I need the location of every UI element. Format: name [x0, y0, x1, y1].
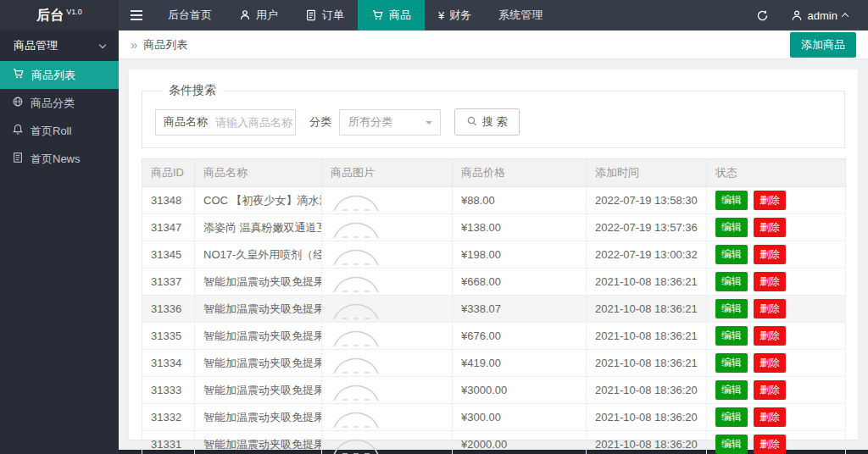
product-name-input[interactable]: [215, 110, 295, 135]
table-row: 31336智能加温震动夹吸免提果儿飞机杯 ¥338.072021-10-08 1…: [142, 296, 846, 323]
edit-button[interactable]: 编辑: [715, 272, 748, 291]
nav-item-label: 系统管理: [498, 8, 542, 23]
cell-product-id: 31336: [142, 296, 195, 323]
broken-image-placeholder: [331, 192, 381, 211]
edit-button[interactable]: 编辑: [715, 218, 748, 237]
broken-image-placeholder: [331, 328, 381, 346]
sidebar-item-label: 商品分类: [31, 96, 75, 111]
refresh-button[interactable]: [743, 0, 782, 30]
edit-button[interactable]: 编辑: [715, 326, 748, 346]
cell-product-image: [322, 214, 453, 241]
cell-add-time: 2022-07-19 13:57:36: [587, 214, 707, 241]
edit-button[interactable]: 编辑: [715, 380, 748, 400]
broken-image-placeholder: [331, 382, 381, 401]
nav-item-label: 后台首页: [168, 8, 212, 23]
sidebar-item-label: 首页Roll: [31, 124, 71, 139]
edit-button[interactable]: 编辑: [715, 407, 748, 427]
cell-product-price: ¥3000.00: [453, 377, 587, 404]
admin-menu[interactable]: admin: [782, 9, 856, 22]
search-icon: [466, 115, 478, 130]
cell-add-time: 2021-10-08 18:36:21: [587, 269, 707, 296]
cell-add-time: 2021-10-08 18:36:21: [587, 323, 707, 350]
sidebar-item-home-news[interactable]: 首页News: [0, 145, 119, 173]
cell-product-name: COC 【初夜少女】滴水润滑锁精...: [195, 187, 322, 214]
search-button[interactable]: 搜 索: [454, 108, 520, 136]
product-name-label: 商品名称: [156, 114, 215, 130]
cell-product-name: NO17-久皇外用喷剂（经典款） ...: [195, 241, 322, 269]
sidebar-group-label: 商品管理: [14, 38, 58, 53]
delete-button[interactable]: 删除: [754, 407, 786, 427]
cell-product-id: 31335: [142, 323, 195, 350]
chevron-up-icon: [842, 13, 849, 19]
nav-item-goods[interactable]: 商品: [358, 0, 425, 30]
delete-button[interactable]: 删除: [754, 353, 786, 373]
edit-button[interactable]: 编辑: [715, 353, 748, 373]
delete-button[interactable]: 删除: [754, 326, 786, 346]
admin-username: admin: [808, 9, 837, 22]
news-icon: [12, 152, 24, 166]
main-area: » 商品列表 添加商品 条件搜索 商品名称 分类 所有分类: [119, 30, 868, 450]
category-select[interactable]: 所有分类: [339, 109, 441, 136]
delete-button[interactable]: 删除: [754, 191, 786, 210]
sidebar-item-goods-list[interactable]: 商品列表: [0, 61, 119, 89]
cell-product-name: 智能加温震动夹吸免提果儿飞机杯: [195, 350, 322, 377]
delete-button[interactable]: 删除: [754, 245, 786, 264]
cell-product-image: [322, 241, 453, 269]
top-nav: 后台首页用户订单商品¥财务系统管理: [154, 0, 556, 30]
delete-button[interactable]: 删除: [754, 435, 786, 454]
goods-icon: [371, 9, 384, 21]
menu-toggle-icon[interactable]: [119, 0, 154, 30]
table-row: 31347添姿尚 温真粉嫩双通道互动发音... ¥138.002022-07-1…: [142, 214, 846, 241]
edit-button[interactable]: 编辑: [715, 191, 748, 210]
finance-icon: ¥: [438, 9, 444, 22]
table-header-cell: 商品价格: [453, 159, 587, 187]
nav-item-orders[interactable]: 订单: [292, 0, 358, 30]
table-row: 31334智能加温震动夹吸免提果儿飞机杯 ¥419.002021-10-08 1…: [142, 350, 846, 377]
delete-button[interactable]: 删除: [754, 380, 786, 400]
broken-image-placeholder: [331, 355, 381, 374]
cell-status: 编辑删除: [707, 377, 846, 404]
table-header-cell: 添加时间: [587, 159, 707, 187]
table-header-cell: 状态: [707, 159, 846, 187]
cell-product-id: 31345: [142, 241, 195, 269]
cell-product-image: [322, 187, 453, 214]
cell-product-name: 智能加温震动夹吸免提果儿飞机杯: [195, 296, 322, 323]
table-row: 31348COC 【初夜少女】滴水润滑锁精... ¥88.002022-07-1…: [142, 187, 846, 214]
nav-item-label: 订单: [322, 8, 344, 23]
nav-item-users[interactable]: 用户: [225, 0, 292, 30]
table-row: 31331智能加温震动夹吸免提果儿飞机杯 ¥2000.002021-10-08 …: [142, 431, 846, 454]
delete-button[interactable]: 删除: [754, 218, 786, 237]
sidebar-group-goods[interactable]: 商品管理: [0, 30, 119, 61]
nav-item-finance[interactable]: ¥财务: [425, 0, 485, 30]
product-table: 商品ID商品名称商品图片商品价格添加时间状态 31348COC 【初夜少女】滴水…: [142, 158, 846, 454]
edit-button[interactable]: 编辑: [715, 299, 748, 318]
nav-item-label: 用户: [256, 8, 278, 23]
breadcrumb-icon: »: [131, 37, 137, 52]
cell-product-price: ¥138.00: [453, 214, 587, 241]
nav-item-home[interactable]: 后台首页: [154, 0, 225, 30]
sidebar-item-goods-category[interactable]: 商品分类: [0, 89, 119, 117]
app-version: V1.0: [66, 8, 82, 16]
sidebar-item-home-roll[interactable]: 首页Roll: [0, 117, 119, 145]
broken-image-placeholder: [331, 409, 381, 428]
orders-icon: [305, 9, 317, 21]
add-product-button[interactable]: 添加商品: [790, 32, 856, 58]
table-header-cell: 商品图片: [322, 159, 453, 187]
cell-product-name: 添姿尚 温真粉嫩双通道互动发音...: [195, 214, 322, 241]
delete-button[interactable]: 删除: [754, 272, 786, 291]
table-row: 31345NO17-久皇外用喷剂（经典款） ... ¥198.002022-07…: [142, 241, 846, 269]
nav-item-system[interactable]: 系统管理: [485, 0, 556, 30]
cell-product-image: [322, 377, 453, 404]
broken-image-placeholder: [331, 301, 381, 319]
search-fieldset: 条件搜索 商品名称 分类 所有分类 搜 索: [142, 83, 845, 148]
cell-add-time: 2021-10-08 18:36:20: [587, 377, 707, 404]
edit-button[interactable]: 编辑: [715, 435, 748, 454]
cell-product-image: [322, 296, 453, 323]
edit-button[interactable]: 编辑: [715, 245, 748, 264]
delete-button[interactable]: 删除: [754, 299, 786, 318]
cell-product-price: ¥668.00: [453, 269, 587, 296]
cart-icon: [12, 68, 25, 82]
app-logo[interactable]: 后台V1.0: [0, 0, 119, 30]
cell-product-name: 智能加温震动夹吸免提果儿飞机杯: [195, 323, 322, 350]
breadcrumb-bar: » 商品列表 添加商品: [119, 30, 868, 59]
